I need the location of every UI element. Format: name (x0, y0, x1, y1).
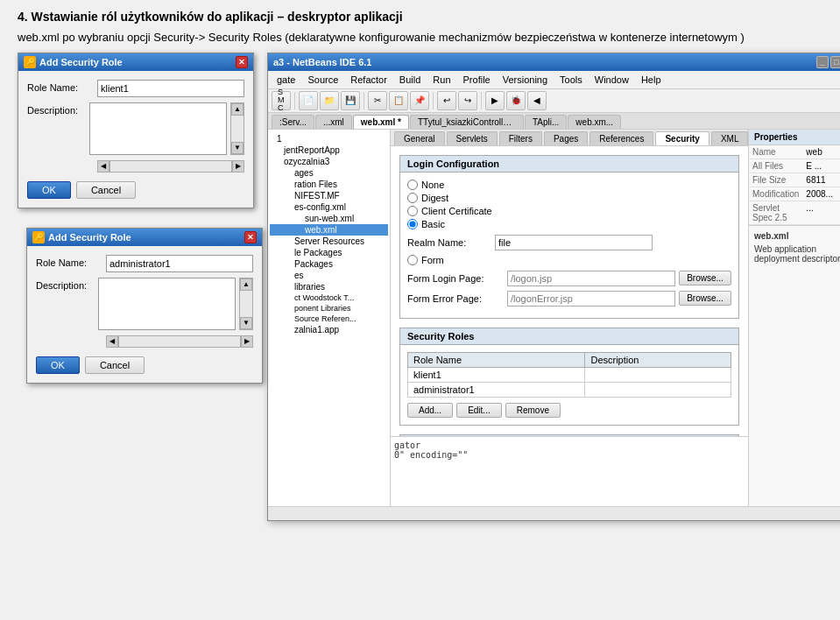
toolbar-undo-btn[interactable]: ↩ (437, 91, 456, 110)
toolbar-save-btn[interactable]: 💾 (341, 91, 360, 110)
properties-panel: Properties Name web All Files E ... (748, 130, 840, 506)
toolbar-redo-btn[interactable]: ↪ (458, 91, 477, 110)
form-error-browse-btn[interactable]: Browse... (679, 291, 731, 306)
webxml-tab-general[interactable]: General (394, 131, 445, 145)
tree-item-ration[interactable]: ration Files (270, 179, 388, 190)
hscroll-left-2[interactable]: ◀ (106, 335, 118, 348)
toolbar-run-btn[interactable]: ▶ (485, 91, 505, 110)
cancel-button-2[interactable]: Cancel (85, 356, 145, 374)
ok-button-2[interactable]: OK (36, 356, 80, 374)
tab-xml[interactable]: ...xml (315, 115, 352, 129)
tab-tapli[interactable]: TApli... (525, 115, 567, 129)
toolbar-cut-btn[interactable]: ✂ (368, 91, 387, 110)
tree-item-ozyczalnia[interactable]: ozyczalnia3 (270, 156, 388, 167)
menu-gate[interactable]: gate (272, 73, 300, 87)
tree-item-es[interactable]: es (270, 270, 388, 281)
scrollbar-down-2[interactable]: ▼ (240, 317, 252, 329)
radio-digest[interactable]: Digest (407, 193, 731, 203)
webxml-tab-security[interactable]: Security (655, 131, 709, 145)
editor-area: General Servlets Filters Pages Reference… (391, 130, 748, 506)
menu-build[interactable]: Build (394, 73, 426, 87)
ide-window: a3 - NetBeans IDE 6.1 _ □ ✕ gate Source … (267, 53, 840, 521)
tree-item-woodstock[interactable]: ct Woodstock T... (270, 292, 388, 303)
toolbar-back-btn[interactable]: ◀ (527, 91, 547, 110)
webxml-tab-xml[interactable]: XML (711, 131, 748, 145)
tree-item-packages[interactable]: Packages (270, 258, 388, 270)
cancel-button-1[interactable]: Cancel (76, 181, 136, 199)
hscroll-right-1[interactable]: ▶ (232, 160, 244, 173)
toolbar-open-btn[interactable]: 📁 (320, 91, 339, 110)
toolbar-smc-btn[interactable]: SMC (272, 91, 291, 110)
scrollbar-up-2[interactable]: ▲ (240, 278, 252, 291)
tree-item-ages[interactable]: ages (270, 167, 388, 179)
tree-item-zalnia[interactable]: zalnia1.app (270, 324, 388, 335)
edit-role-btn[interactable]: Edit... (456, 403, 502, 418)
toolbar-debug-btn[interactable]: 🐞 (506, 91, 526, 110)
tree-item-ponent[interactable]: ponent Libraries (270, 303, 388, 314)
role-input-2[interactable] (106, 255, 253, 272)
toolbar-new-btn[interactable]: 📄 (299, 91, 318, 110)
dialog-row-role-1: Role Name: (27, 80, 244, 97)
desc-textarea-2[interactable] (98, 278, 236, 330)
remove-role-btn[interactable]: Remove (505, 403, 561, 418)
ok-button-1[interactable]: OK (27, 181, 71, 199)
auth-radio-group: None Digest Client Certificate (407, 180, 731, 229)
tab-webxml[interactable]: web.xml * (353, 115, 409, 129)
table-row[interactable]: klient1 (408, 367, 731, 382)
radio-client-cert[interactable]: Client Certificate (407, 206, 731, 216)
dialog-close-btn-1[interactable]: ✕ (236, 56, 248, 68)
webxml-tab-filters[interactable]: Filters (499, 131, 542, 145)
radio-form[interactable]: Form (407, 255, 731, 265)
menu-source[interactable]: Source (302, 73, 343, 87)
form-error-label: Form Error Page: (407, 293, 504, 304)
tree-item-manifest[interactable]: NIFEST.MF (270, 190, 388, 201)
tab-controller[interactable]: TTytul_ksiazkiController.java (410, 115, 524, 129)
scrollbar-down-1[interactable]: ▼ (231, 142, 244, 154)
ide-statusbar: 🔒 (268, 506, 840, 520)
main-area: 🔑 Add Security Role ✕ Role Name: Descrip… (18, 53, 822, 490)
menu-versioning[interactable]: Versioning (498, 73, 553, 87)
radio-basic[interactable]: Basic (407, 219, 731, 229)
radio-none[interactable]: None (407, 180, 731, 190)
add-role-btn[interactable]: Add... (407, 403, 453, 418)
ide-maximize-btn[interactable]: □ (830, 56, 840, 68)
desc-textarea-1[interactable] (89, 102, 227, 155)
webxml-tab-pages[interactable]: Pages (544, 131, 588, 145)
table-row[interactable]: administrator1 (408, 382, 731, 397)
menu-window[interactable]: Window (589, 73, 634, 87)
dialog-close-btn-2[interactable]: ✕ (244, 231, 257, 243)
menu-help[interactable]: Help (636, 73, 667, 87)
tree-item-1[interactable]: 1 (270, 133, 388, 144)
form-login-browse-btn[interactable]: Browse... (679, 271, 731, 285)
menu-tools[interactable]: Tools (554, 73, 588, 87)
hscroll-left-1[interactable]: ◀ (97, 160, 109, 173)
ide-minimize-btn[interactable]: _ (816, 56, 829, 68)
tree-item-sunweb[interactable]: sun-web.xml (270, 213, 388, 224)
webxml-tabs: General Servlets Filters Pages Reference… (391, 130, 748, 146)
menu-profile[interactable]: Profile (458, 73, 496, 87)
realm-input[interactable] (495, 235, 653, 250)
tree-item-lepackages[interactable]: le Packages (270, 247, 388, 258)
security-content: Login Configuration None Digest (391, 146, 748, 436)
hscroll-right-2[interactable]: ▶ (241, 335, 253, 348)
form-login-input[interactable] (507, 271, 675, 286)
tab-webxm2[interactable]: web.xm... (568, 115, 621, 129)
tree-item-webxml[interactable]: web.xml (270, 224, 388, 236)
scrollbar-up-1[interactable]: ▲ (231, 103, 244, 116)
tab-serv[interactable]: :Serv... (272, 115, 314, 129)
tree-item-libraries[interactable]: libraries (270, 281, 388, 292)
toolbar-paste-btn[interactable]: 📌 (410, 91, 429, 110)
role-input-1[interactable] (97, 80, 244, 97)
webxml-tab-references[interactable]: References (589, 131, 653, 145)
tree-item-reportapp[interactable]: jentReportApp (270, 144, 388, 156)
tree-item-serverres[interactable]: Server Resources (270, 236, 388, 247)
tree-item-esconfig[interactable]: es-config.xml (270, 201, 388, 213)
webxml-tab-servlets[interactable]: Servlets (447, 131, 498, 145)
hscroll-track-1 (109, 160, 232, 173)
menu-refactor[interactable]: Refactor (345, 73, 392, 87)
menu-run[interactable]: Run (427, 73, 455, 87)
realm-label: Realm Name: (407, 237, 495, 248)
tree-item-source[interactable]: Source Referen... (270, 314, 388, 324)
toolbar-copy-btn[interactable]: 📋 (389, 91, 408, 110)
form-error-input[interactable] (507, 291, 675, 306)
